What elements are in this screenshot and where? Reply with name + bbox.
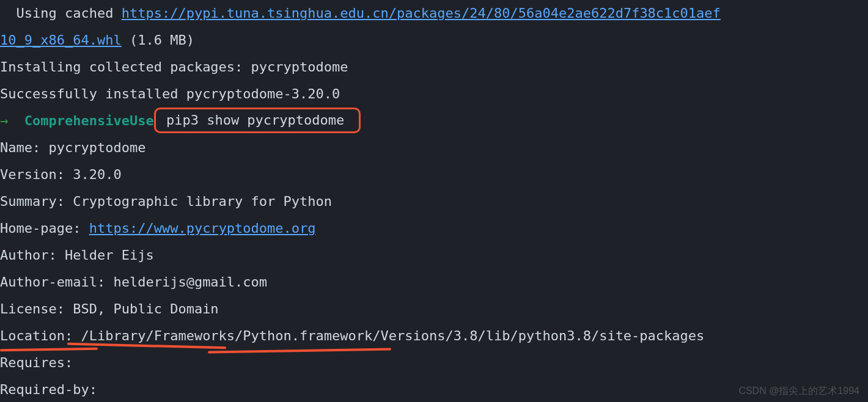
pkg-requires: Requires: — [0, 349, 868, 376]
terminal-output: Using cached https://pypi.tuna.tsinghua.… — [0, 0, 868, 402]
pkg-required-by: Required-by: — [0, 376, 868, 402]
homepage-link[interactable]: https://www.pycryptodome.org — [89, 221, 316, 236]
pkg-homepage: Home-page: https://www.pycryptodome.org — [0, 215, 868, 242]
prompt-context: ComprehensiveUse — [24, 113, 154, 128]
installing-line: Installing collected packages: pycryptod… — [0, 54, 868, 81]
cache-prefix: Using cached — [0, 5, 122, 21]
success-line: Successfully installed pycryptodome-3.20… — [0, 81, 868, 108]
pkg-author: Author: Helder Eijs — [0, 242, 868, 269]
command-text: pip3 show pycryptodome — [158, 112, 353, 128]
watermark: CSDN @指尖上的艺术1994 — [738, 385, 859, 397]
command-highlight-box: pip3 show pycryptodome — [154, 108, 361, 133]
pkg-summary: Summary: Cryptographic library for Pytho… — [0, 188, 868, 215]
prompt-line[interactable]: → ComprehensiveUse pip3 show pycryptodom… — [0, 108, 868, 134]
pkg-license: License: BSD, Public Domain — [0, 296, 868, 323]
pkg-name: Name: pycryptodome — [0, 134, 868, 161]
prompt-arrow-icon: → — [0, 113, 24, 128]
pkg-author-email: Author-email: helderijs@gmail.com — [0, 269, 868, 296]
homepage-label: Home-page: — [0, 221, 89, 236]
pkg-version: Version: 3.20.0 — [0, 161, 868, 188]
cached-url-wrap-link[interactable]: 10_9_x86_64.whl — [0, 32, 122, 48]
cached-url-link[interactable]: https://pypi.tuna.tsinghua.edu.cn/packag… — [122, 5, 721, 21]
cache-line: Using cached https://pypi.tuna.tsinghua.… — [0, 0, 868, 27]
cache-line-wrap: 10_9_x86_64.whl (1.6 MB) — [0, 27, 868, 54]
cache-size: (1.6 MB) — [122, 32, 194, 48]
